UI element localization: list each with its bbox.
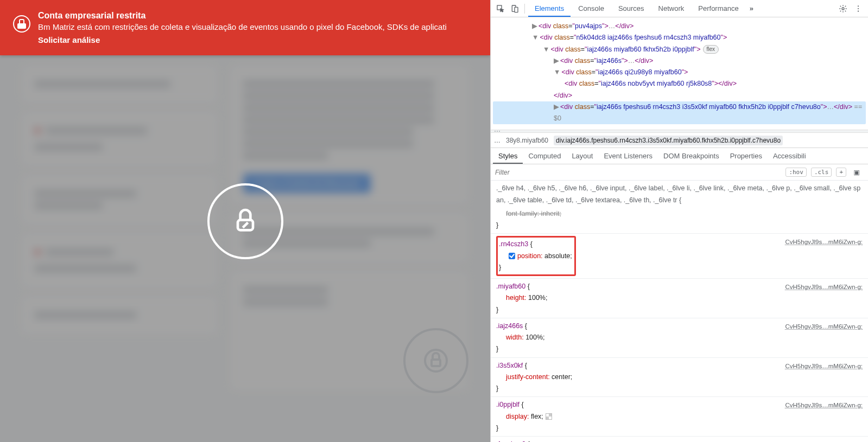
tab-console[interactable]: Console: [572, 1, 611, 16]
svg-line-3: [243, 222, 248, 227]
devtools-pane: Elements Console Sources Network Perform…: [490, 0, 868, 442]
svg-point-8: [858, 5, 859, 7]
app-pane: Ir para a Central de Recursos Conta empr…: [0, 0, 490, 442]
dom-node[interactable]: ▶<div class="puv4ajps">…</div>: [493, 21, 866, 32]
flex-editor-icon[interactable]: [546, 413, 552, 420]
tab-sources[interactable]: Sources: [612, 1, 651, 16]
kebab-menu-icon[interactable]: [852, 2, 865, 15]
breadcrumb-item[interactable]: 38y8.miyafb60: [506, 137, 548, 144]
svg-point-10: [858, 10, 859, 11]
breadcrumb-item[interactable]: div.iajz466s.fpeshsu6.rn4cszh3.i3s5x0kf.…: [554, 136, 783, 145]
rule-source-link[interactable]: CvH5hgvJl9s…mM6iZwn-g:: [785, 237, 863, 248]
inherited-selectors: ._6lve h4, ._6lve h5, ._6lve h6, ._6lve …: [491, 181, 868, 206]
property-toggle[interactable]: [509, 253, 515, 259]
rule-source-link[interactable]: CvH5hgvJl9s…mM6iZwn-g:: [785, 282, 863, 293]
banner-body: Bm Matriz está com restrições de coleta …: [38, 22, 477, 33]
devtools-toolbar: Elements Console Sources Network Perform…: [491, 0, 868, 17]
elements-dom-tree[interactable]: ▶<div class="puv4ajps">…</div>▼<div clas…: [491, 17, 868, 130]
subtab-accessibili[interactable]: Accessibili: [768, 149, 812, 163]
tab-network[interactable]: Network: [652, 1, 691, 16]
styles-filter-bar: :hov .cls + ▣: [491, 164, 868, 181]
gear-icon[interactable]: [837, 2, 850, 15]
banner-title: Conta empresarial restrita: [38, 10, 477, 22]
restriction-banner: Conta empresarial restrita Bm Matriz est…: [0, 0, 490, 55]
lock-badge-center: [207, 183, 283, 259]
overridden-property[interactable]: font-family: inherit;: [496, 208, 863, 220]
dom-node[interactable]: ▶<div class="iajz466s fpeshsu6 rn4cszh3 …: [493, 101, 866, 125]
dom-node[interactable]: ▼<div class="n5k04dc8 iajz466s fpeshsu6 …: [493, 32, 866, 43]
svg-point-7: [842, 8, 844, 10]
subtab-properties[interactable]: Properties: [725, 149, 768, 163]
subtab-styles[interactable]: Styles: [493, 149, 523, 164]
dom-node[interactable]: ▼<div class="iajz466s miyafb60 fkhx5h2b …: [493, 44, 866, 55]
rule-source-link[interactable]: CvH5hgvJl9s…mM6iZwn-g:: [785, 361, 863, 372]
cls-toggle[interactable]: .cls: [811, 168, 832, 177]
dom-node[interactable]: ▶<div class="iajz466s">…</div>: [493, 55, 866, 67]
new-rule-button[interactable]: +: [836, 168, 846, 177]
rule-source-link[interactable]: CvH5hgvJl9s…mM6iZwn-g:: [785, 440, 863, 442]
css-rule[interactable]: CvH5hgvJl9s…mM6iZwn-g:.miyafb60 {height:…: [491, 279, 868, 318]
request-review-link[interactable]: Solicitar análise: [38, 35, 477, 46]
css-rule[interactable]: CvH5hgvJl9s…mM6iZwn-g:.iajz466s {width: …: [491, 318, 868, 358]
subtab-event-listeners[interactable]: Event Listeners: [598, 149, 658, 163]
styles-filter-input[interactable]: [495, 169, 781, 176]
inspect-element-icon[interactable]: [494, 2, 507, 15]
breadcrumb-item[interactable]: …: [494, 137, 500, 144]
css-rule[interactable]: CvH5hgvJl9s…mM6iZwn-g:.i3s5x0kf {justify…: [491, 358, 868, 398]
tab-performance[interactable]: Performance: [692, 1, 745, 16]
css-rule[interactable]: CvH5hgvJl9s…mM6iZwn-g:.rn4cszh3 {positio…: [491, 234, 868, 279]
rule-source-link[interactable]: CvH5hgvJl9s…mM6iZwn-g:: [785, 322, 863, 332]
subtab-computed[interactable]: Computed: [523, 149, 566, 163]
css-rule[interactable]: CvH5hgvJl9s…mM6iZwn-g:.fpeshsu6 {}: [491, 437, 868, 442]
svg-rect-6: [515, 7, 518, 12]
styles-rules-panel[interactable]: ._6lve h4, ._6lve h5, ._6lve h6, ._6lve …: [491, 181, 868, 442]
subtab-layout[interactable]: Layout: [566, 149, 598, 163]
dom-node[interactable]: <div class="iajz466s nobv5yvt miyafb60 r…: [493, 78, 866, 89]
dom-node[interactable]: </div>: [493, 90, 866, 101]
styles-subtabs: StylesComputedLayoutEvent ListenersDOM B…: [491, 148, 868, 164]
subtab-dom-breakpoints[interactable]: DOM Breakpoints: [658, 149, 725, 163]
tab-elements[interactable]: Elements: [528, 1, 571, 17]
hov-toggle[interactable]: :hov: [785, 168, 807, 177]
tabs-overflow[interactable]: »: [746, 4, 757, 12]
rule-source-link[interactable]: CvH5hgvJl9s…mM6iZwn-g:: [785, 400, 863, 411]
lock-icon: [13, 15, 30, 33]
device-toggle-icon[interactable]: [508, 2, 521, 15]
dom-node[interactable]: ▼<div class="iajz466s qi2u98y8 miyafb60"…: [493, 67, 866, 78]
styles-pane-menu-icon[interactable]: ▣: [851, 166, 864, 179]
css-rule[interactable]: CvH5hgvJl9s…mM6iZwn-g:.i0ppjblf {display…: [491, 397, 868, 437]
svg-point-9: [858, 8, 859, 9]
dom-breadcrumbs[interactable]: …38y8.miyafb60div.iajz466s.fpeshsu6.rn4c…: [491, 133, 868, 148]
